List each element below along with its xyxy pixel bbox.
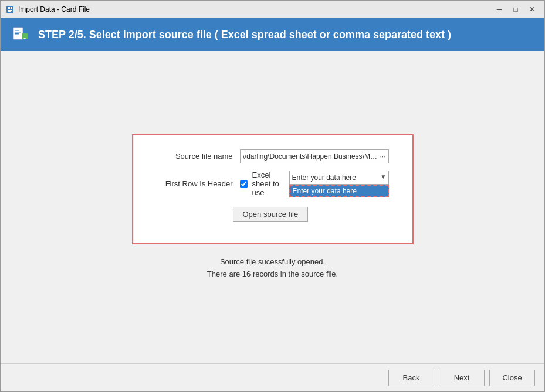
footer-bar: Back Next Close <box>1 363 544 391</box>
title-bar: Import Data - Card File ─ □ ✕ <box>1 1 544 18</box>
excel-sheet-select[interactable]: Enter your data here <box>289 171 389 185</box>
source-file-display: \\darling\Documents\Happen Business\Mark… <box>240 149 389 163</box>
header-bar: STEP 2/5. Select import source file ( Ex… <box>1 18 544 51</box>
import-icon <box>10 24 31 45</box>
open-source-button[interactable]: Open source file <box>233 207 309 222</box>
excel-sheet-label: Excel sheet to use <box>252 171 285 197</box>
minimize-button[interactable]: ─ <box>492 4 507 15</box>
options-row: First Row Is Header Excel sheet to use E… <box>157 171 389 197</box>
svg-rect-7 <box>15 30 19 31</box>
svg-rect-2 <box>11 7 12 8</box>
step-title: STEP 2/5. Select import source file ( Ex… <box>38 29 451 41</box>
close-window-button[interactable]: ✕ <box>524 4 540 15</box>
source-file-label: Source file name <box>157 152 233 161</box>
next-button[interactable]: Next <box>439 370 485 386</box>
svg-rect-8 <box>15 32 21 33</box>
status-area: Source file sucessfully opened. There ar… <box>207 256 338 281</box>
status-line-1: Source file sucessfully opened. <box>207 256 338 268</box>
form-container: Source file name \\darling\Documents\Hap… <box>132 134 414 244</box>
next-label: Next <box>454 373 470 382</box>
window-controls: ─ □ ✕ <box>492 4 540 15</box>
app-icon <box>5 5 15 14</box>
open-source-row: Open source file <box>157 204 389 222</box>
window-title: Import Data - Card File <box>18 5 492 13</box>
excel-dropdown-col: Enter your data here ▼ Enter your data h… <box>289 171 389 197</box>
excel-select-wrapper: Enter your data here ▼ <box>289 171 389 185</box>
first-row-checkbox[interactable] <box>240 180 248 188</box>
dropdown-highlighted-item[interactable]: Enter your data here <box>289 185 389 197</box>
back-button[interactable]: Back <box>388 370 434 386</box>
svg-rect-9 <box>15 33 19 35</box>
source-file-value: \\darling\Documents\Happen Business\Mark… <box>243 152 379 161</box>
source-file-ellipsis: ··· <box>380 152 385 161</box>
content-area: Source file name \\darling\Documents\Hap… <box>1 51 544 363</box>
source-file-row: Source file name \\darling\Documents\Hap… <box>157 149 389 163</box>
close-button[interactable]: Close <box>489 370 535 386</box>
close-label: Close <box>502 373 522 382</box>
maximize-button[interactable]: □ <box>508 4 523 15</box>
back-label: Back <box>403 373 420 382</box>
svg-rect-4 <box>8 10 12 11</box>
svg-rect-3 <box>11 8 12 9</box>
first-row-label: First Row Is Header <box>157 179 233 188</box>
svg-rect-1 <box>8 7 10 9</box>
status-line-2: There are 16 records in the source file. <box>207 268 338 281</box>
svg-rect-5 <box>8 11 11 12</box>
main-window: Import Data - Card File ─ □ ✕ STEP 2/5. … <box>0 0 545 392</box>
checkbox-container: Excel sheet to use Enter your data here … <box>240 171 389 197</box>
